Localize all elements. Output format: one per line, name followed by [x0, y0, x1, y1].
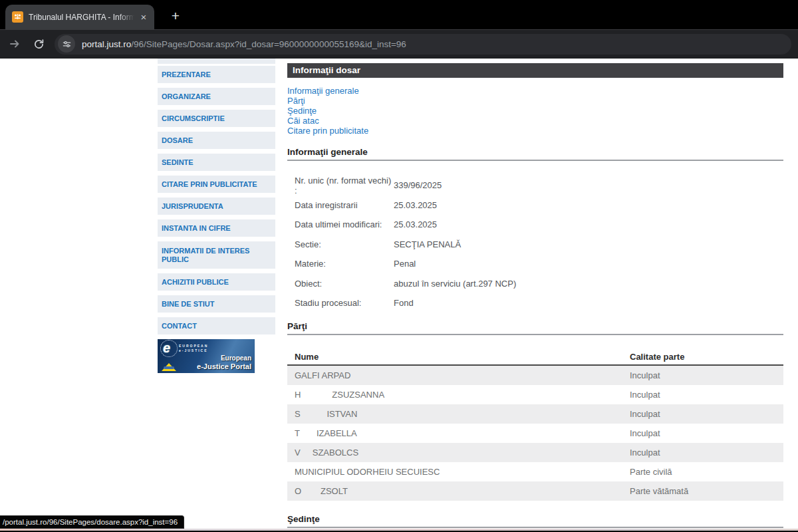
- tab-strip: Tribunalul HARGHITA - Informaţ × +: [0, 0, 798, 29]
- sidebar-item-prezentare[interactable]: PREZENTARE: [158, 66, 275, 83]
- bottom-edge-strip: [0, 529, 798, 531]
- table-row: H ZSUZSANNA Inculpat: [287, 385, 783, 404]
- table-row: V SZABOLCS Inculpat: [287, 443, 783, 462]
- url-path: /96/SitePages/Dosar.aspx?id_dosar=960000…: [131, 39, 406, 49]
- parties-table-header: Nume Calitate parte: [287, 349, 783, 366]
- page-title: Informaţii dosar: [287, 63, 783, 78]
- status-bar-url: /portal.just.ro/96/SitePages/dosare.aspx…: [0, 515, 184, 529]
- table-row: MUNICIPIUL ODORHEIU SECUIESC Parte civil…: [287, 462, 783, 481]
- url-host: portal.just.ro: [82, 39, 131, 49]
- sidebar-item-contact[interactable]: CONTACT: [158, 317, 275, 334]
- reload-icon[interactable]: [29, 35, 48, 53]
- forward-arrow-icon[interactable]: [5, 35, 24, 53]
- tab-title: Tribunalul HARGHITA - Informaţ: [29, 13, 134, 22]
- site-settings-tune-icon[interactable]: [58, 35, 75, 53]
- section-title-informatii-generale: Informaţii generale: [287, 147, 783, 157]
- table-row: S ISTVAN Inculpat: [287, 404, 783, 424]
- table-row: GALFI ARPAD Inculpat: [287, 366, 783, 385]
- section-divider: [287, 334, 783, 335]
- info-row-nr-unic: Nr. unic (nr. format vechi) : 339/96/202…: [287, 176, 783, 196]
- info-row-data-inregistrarii: Data inregistrarii 25.03.2025: [287, 196, 783, 215]
- browser-tab[interactable]: Tribunalul HARGHITA - Informaţ ×: [5, 5, 154, 29]
- case-details-content: Informaţii dosar Informaţii generale Păr…: [287, 59, 783, 528]
- sidebar-item-clipped[interactable]: [158, 59, 275, 64]
- parties-table: Nume Calitate parte GALFI ARPAD Inculpat…: [287, 349, 783, 501]
- sidebar-item-circumscriptie[interactable]: CIRCUMSCRIPTIE: [158, 110, 275, 127]
- new-tab-button[interactable]: +: [166, 7, 185, 26]
- sidebar-item-citare-prin-publicitate[interactable]: CITARE PRIN PUBLICITATE: [158, 176, 275, 193]
- tab-close-icon[interactable]: ×: [138, 12, 149, 23]
- section-divider: [287, 527, 783, 528]
- section-title-parti: Părţi: [287, 321, 783, 331]
- sidebar-item-bine-de-stiut[interactable]: BINE DE STIUT: [158, 295, 275, 313]
- link-informatii-generale[interactable]: Informaţii generale: [287, 86, 359, 96]
- browser-window: Tribunalul HARGHITA - Informaţ × +: [0, 0, 798, 532]
- link-parti[interactable]: Părţi: [287, 96, 305, 106]
- table-row: T IZABELLA Inculpat: [287, 424, 783, 443]
- info-row-obiect: Obiect: abuzul în serviciu (art.297 NCP): [287, 274, 783, 294]
- info-row-sectie: Sectie: SECŢIA PENALĂ: [287, 235, 783, 255]
- info-row-data-ultimei-modificari: Data ultimei modificari: 25.03.2025: [287, 215, 783, 235]
- url-text[interactable]: portal.just.ro/96/SitePages/Dosar.aspx?i…: [82, 39, 406, 49]
- section-quick-links: Informaţii generale Părţi Şedinţe Căi at…: [287, 86, 783, 136]
- section-divider: [287, 160, 783, 161]
- browser-toolbar: portal.just.ro/96/SitePages/Dosar.aspx?i…: [0, 29, 798, 59]
- e-justice-logo-e: e: [163, 340, 170, 356]
- link-sedinte[interactable]: Şedinţe: [287, 106, 317, 116]
- sidebar-item-instanta-in-cifre[interactable]: INSTANTA IN CIFRE: [158, 219, 275, 237]
- table-row: O ZSOLT Parte vătămată: [287, 481, 783, 501]
- link-cai-atac[interactable]: Căi atac: [287, 116, 319, 126]
- sidebar-item-organizare[interactable]: ORGANIZARE: [158, 88, 275, 105]
- sidebar-item-dosare[interactable]: DOSARE: [158, 132, 275, 149]
- info-row-stadiu-procesual: Stadiu procesual: Fond: [287, 293, 783, 313]
- e-justice-portal-banner[interactable]: e EUROPEAN e-JUSTICE European e-Justice …: [158, 339, 255, 373]
- link-citare-prin-publicitate[interactable]: Citare prin publicitate: [287, 126, 368, 136]
- justice-scales-icon: [162, 363, 176, 371]
- address-bar[interactable]: portal.just.ro/96/SitePages/Dosar.aspx?i…: [55, 34, 791, 55]
- sidebar-menu: PREZENTARE ORGANIZARE CIRCUMSCRIPTIE DOS…: [158, 59, 275, 373]
- sidebar-item-achizitii-publice[interactable]: ACHIZITII PUBLICE: [158, 273, 275, 291]
- general-info-list: Nr. unic (nr. format vechi) : 339/96/202…: [287, 176, 783, 313]
- sidebar-item-jurisprudenta[interactable]: JURISPRUDENTA: [158, 198, 275, 215]
- sidebar-item-sedinte[interactable]: SEDINTE: [158, 154, 275, 171]
- web-page: PREZENTARE ORGANIZARE CIRCUMSCRIPTIE DOS…: [0, 59, 798, 531]
- sidebar-item-informatii-de-interes-public[interactable]: INFORMATII DE INTERES PUBLIC: [158, 241, 275, 269]
- section-title-sedinte: Şedinţe: [287, 514, 783, 524]
- site-favicon-icon: [12, 11, 23, 23]
- info-row-materie: Materie: Penal: [287, 254, 783, 274]
